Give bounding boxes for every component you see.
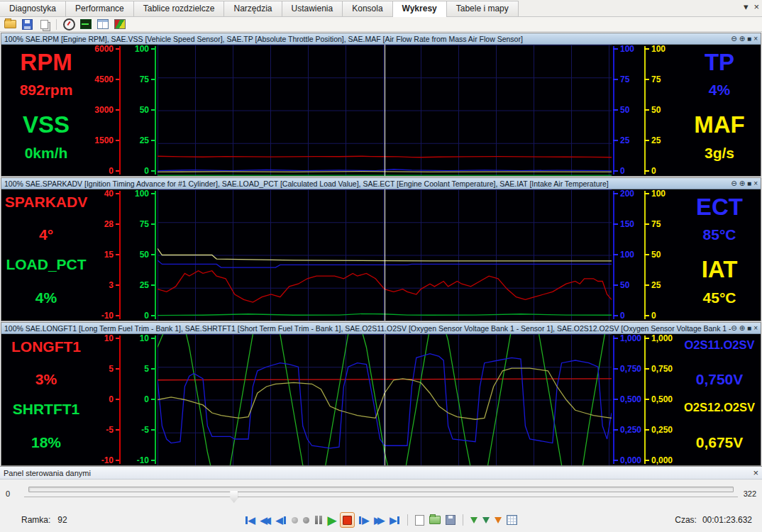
tab-wykresy[interactable]: Wykresy — [392, 1, 447, 17]
panel-close-button[interactable]: × — [753, 35, 758, 43]
oscilloscope-icon — [80, 19, 92, 29]
chart-plot[interactable] — [158, 45, 612, 176]
data-grid-button[interactable] — [505, 512, 519, 528]
panel-restore-button[interactable]: ⊕ — [739, 35, 745, 43]
marker-a-button[interactable] — [290, 512, 299, 528]
left-series-labels: LONGFT1 3% SHRTFT1 18% — [1, 334, 91, 465]
add-data-button[interactable] — [469, 512, 479, 528]
step-forward-icon: ▶ — [362, 516, 369, 525]
control-panel-close-icon[interactable]: × — [753, 469, 758, 477]
gray-dot-icon — [303, 517, 309, 523]
new-file-button[interactable] — [414, 512, 426, 528]
panel-solo-button[interactable]: ■ — [747, 325, 751, 332]
open-button[interactable] — [2, 17, 18, 31]
axis-iat: 1007550250 — [643, 189, 678, 321]
chevron-down-icon[interactable]: ▾ — [744, 2, 749, 12]
step-forward-button[interactable]: ▶ — [357, 512, 370, 528]
tab-konsola[interactable]: Konsola — [342, 1, 392, 16]
axis-tp: 1007550250 — [612, 45, 643, 176]
stop-button[interactable] — [340, 512, 355, 528]
time-counter: Czas:00:01:23.632 — [675, 515, 752, 525]
panel-restore-button[interactable]: ⊕ — [739, 180, 745, 187]
skip-start-icon: ◀ — [248, 516, 255, 525]
tab-ustawienia[interactable]: Ustawienia — [282, 1, 343, 16]
slider-channel[interactable] — [28, 487, 734, 492]
series-name-label: O2S12.O2SV — [678, 401, 761, 414]
transport-separator — [407, 514, 408, 526]
save-file-button[interactable] — [444, 512, 457, 528]
panel-title: 100% SAE.LONGFT1 [Long Term Fuel Trim - … — [4, 324, 731, 333]
time-value: 00:01:23.632 — [702, 515, 752, 525]
tab-tabele-i-mapy[interactable]: Tabele i mapy — [446, 1, 519, 16]
panel-title: 100% SAE.SPARKADV [Ignition Timing Advan… — [4, 179, 731, 188]
series-value-label: 4° — [1, 226, 91, 243]
panel-collapse-button[interactable]: ⊖ — [731, 325, 736, 332]
play-button[interactable]: ▶ — [326, 512, 338, 528]
tab-performance[interactable]: Performance — [65, 1, 134, 16]
series-name-label: O2S11.O2SV — [678, 338, 761, 352]
series-value-label: 892rpm — [1, 82, 91, 99]
series-value-label: 85°C — [678, 226, 761, 243]
fast-forward-button[interactable]: ▶▶ — [372, 512, 386, 528]
axis-o2s12: 1,0000,7500,5000,2500,000 — [643, 334, 678, 465]
axis-ect: 200150100500 — [612, 189, 643, 321]
slider-max-label: 322 — [739, 489, 756, 498]
axis-sparkadv: 4028153-10 — [91, 189, 122, 321]
panel-restore-button[interactable]: ⊕ — [739, 325, 745, 332]
series-value-label: 18% — [1, 434, 91, 451]
gauge-icon — [63, 18, 75, 31]
panel-collapse-button[interactable]: ⊖ — [731, 180, 736, 187]
panel-solo-button[interactable]: ■ — [747, 180, 751, 187]
close-icon[interactable]: × — [753, 2, 759, 12]
slider-thumb[interactable] — [230, 491, 238, 503]
gauge-view-button[interactable] — [61, 17, 77, 31]
frame-value: 92 — [57, 515, 67, 525]
panel-titlebar[interactable]: 100% SAE.LONGFT1 [Long Term Fuel Trim - … — [1, 323, 761, 334]
pause-button[interactable] — [313, 512, 324, 528]
save-file-icon — [446, 515, 455, 525]
stop-icon — [343, 516, 352, 525]
gray-dot-icon — [292, 517, 298, 523]
cursor-line — [385, 45, 385, 176]
series-value-label: 4% — [678, 82, 761, 99]
transport-separator — [463, 514, 463, 526]
open-file-button[interactable] — [428, 512, 442, 528]
export-data-button[interactable] — [493, 512, 503, 528]
axis-load-pct: 1007550250 — [122, 189, 158, 321]
add-data-icon — [470, 517, 477, 523]
skip-start-button[interactable]: ◀ — [243, 512, 257, 528]
chart-plot[interactable] — [158, 334, 612, 465]
import-data-button[interactable] — [481, 512, 491, 528]
axis-rpm: 60004500300015000 — [91, 45, 122, 176]
step-back-button[interactable]: ◀ — [275, 512, 288, 528]
panel-collapse-button[interactable]: ⊖ — [731, 35, 736, 43]
axis-o2s11: 1,0000,7500,5000,2500,000 — [612, 334, 643, 465]
axis-maf: 1007550250 — [643, 45, 678, 176]
series-value-label: 4% — [1, 289, 91, 306]
copy-button[interactable] — [36, 17, 52, 31]
panel-solo-button[interactable]: ■ — [747, 35, 751, 43]
panel-titlebar[interactable]: 100% SAE.SPARKADV [Ignition Timing Advan… — [1, 178, 761, 189]
tab-tablice-rozdzielcze[interactable]: Tablice rozdzielcze — [133, 1, 225, 16]
slider-min-label: 0 — [6, 489, 23, 498]
save-button[interactable] — [19, 17, 35, 31]
open-file-icon — [429, 516, 441, 524]
map-icon — [114, 19, 126, 29]
series-value-label: 45°C — [678, 289, 761, 306]
panel-close-button[interactable]: × — [753, 180, 758, 187]
skip-end-button[interactable]: ▶ — [388, 512, 402, 528]
table-view-button[interactable] — [95, 17, 111, 31]
frame-slider[interactable] — [28, 483, 734, 504]
tab-diagnostyka[interactable]: Diagnostyka — [0, 1, 66, 16]
series-name-label: IAT — [678, 256, 761, 283]
map-view-button[interactable] — [112, 17, 128, 31]
scope-view-button[interactable] — [78, 17, 94, 31]
marker-b-button[interactable] — [302, 512, 311, 528]
control-panel-title: Panel sterowania danymi — [4, 469, 753, 477]
chart-plot[interactable] — [158, 189, 612, 321]
panel-titlebar[interactable]: 100% SAE.RPM [Engine RPM], SAE.VSS [Vehi… — [1, 33, 761, 45]
tab-narzedzia[interactable]: Narzędzia — [223, 1, 282, 16]
panel-close-button[interactable]: × — [753, 325, 758, 332]
right-series-labels: TP 4% MAF 3g/s — [678, 45, 761, 176]
fast-rewind-button[interactable]: ◀◀ — [259, 512, 272, 528]
